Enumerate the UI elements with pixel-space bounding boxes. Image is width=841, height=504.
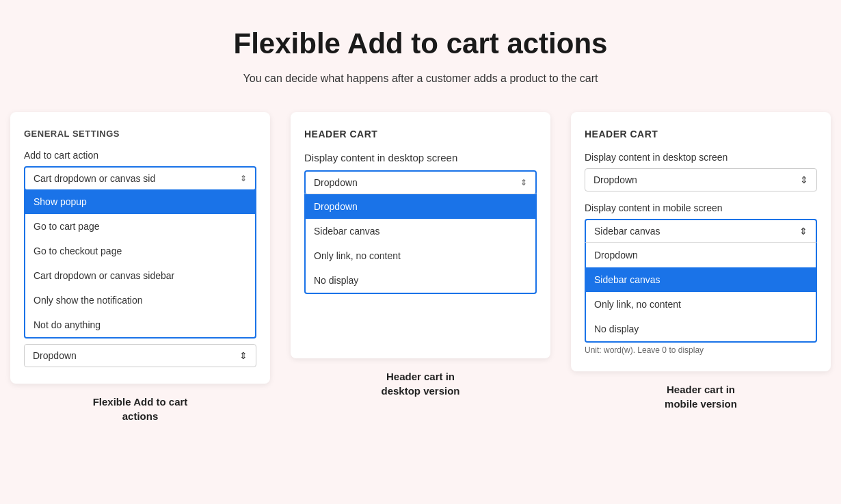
- card2-select-value: Dropdown: [314, 177, 358, 188]
- card2-dropdown-item-sidebar[interactable]: Sidebar canvas: [306, 219, 535, 243]
- dropdown-item-only-show[interactable]: Only show the notification: [25, 288, 255, 313]
- dropdown-item-cart-dropdown[interactable]: Cart dropdown or canvas sidebar: [25, 263, 255, 288]
- dropdown-item-go-to-checkout[interactable]: Go to checkout page: [25, 239, 255, 263]
- card3-mobile-arrow-icon: ⇕: [799, 226, 807, 237]
- card1-select-box[interactable]: Cart dropdown or canvas sid ⇕: [24, 166, 256, 191]
- card1-dropdown: Show popup Go to cart page Go to checkou…: [24, 189, 256, 339]
- card2-label: Header cart in desktop version: [381, 369, 459, 398]
- card1-arrow-icon: ⇕: [240, 174, 247, 183]
- card1-bottom-arrow-icon: ⇕: [239, 350, 248, 361]
- card3-desktop-select[interactable]: Dropdown ⇕: [585, 168, 817, 191]
- card3-dropdown: Dropdown Sidebar canvas Only link, no co…: [585, 242, 817, 343]
- dropdown-item-show-popup[interactable]: Show popup: [25, 189, 255, 214]
- card3-mobile-label: Display content in mobile screen: [585, 202, 817, 213]
- card3-mobile-select-value: Sidebar canvas: [594, 226, 660, 237]
- card2-display-label: Display content in desktop screen: [304, 152, 537, 163]
- card3-wrapper: HEADER CART Display content in desktop s…: [571, 112, 831, 411]
- card2-dropdown-item-dropdown[interactable]: Dropdown: [306, 194, 535, 219]
- card2-dropdown-item-only-link[interactable]: Only link, no content: [306, 243, 535, 268]
- card1-wrapper: GENERAL SETTINGS Add to cart action Cart…: [10, 112, 270, 423]
- card2-dropdown-item-no-display[interactable]: No display: [306, 268, 535, 293]
- card1-bottom-select-value: Dropdown: [33, 350, 77, 361]
- card2: HEADER CART Display content in desktop s…: [291, 112, 550, 358]
- card3-dropdown-item-only-link[interactable]: Only link, no content: [586, 292, 816, 317]
- card3-dropdown-item-sidebar[interactable]: Sidebar canvas: [586, 267, 816, 292]
- card3-dropdown-item-dropdown[interactable]: Dropdown: [586, 243, 816, 267]
- card1: GENERAL SETTINGS Add to cart action Cart…: [10, 112, 270, 384]
- card1-section-title: GENERAL SETTINGS: [24, 129, 256, 139]
- page-subtitle: You can decide what happens after a cust…: [243, 72, 598, 85]
- page-container: Flexible Add to cart actions You can dec…: [0, 0, 841, 504]
- card3-mobile-select[interactable]: Sidebar canvas ⇕: [585, 219, 817, 243]
- dropdown-item-not-do-anything[interactable]: Not do anything: [25, 313, 255, 337]
- card3-desktop-label: Display content in desktop screen: [585, 152, 817, 163]
- card3-desktop-arrow-icon: ⇕: [800, 174, 808, 185]
- dropdown-item-go-to-cart[interactable]: Go to cart page: [25, 214, 255, 239]
- card3-label: Header cart in mobile version: [665, 382, 737, 411]
- card1-label: Flexible Add to cart actions: [93, 395, 188, 423]
- card3-dropdown-item-no-display[interactable]: No display: [586, 317, 816, 341]
- card2-section-title: HEADER CART: [304, 129, 537, 140]
- card3-desktop-select-value: Dropdown: [593, 174, 637, 185]
- card2-arrow-icon: ⇕: [520, 178, 527, 187]
- card1-field-label: Add to cart action: [24, 150, 256, 161]
- card2-dropdown: Dropdown Sidebar canvas Only link, no co…: [304, 194, 537, 294]
- card3-bottom-hint: Unit: word(w). Leave 0 to display: [585, 345, 817, 355]
- page-title: Flexible Add to cart actions: [234, 27, 608, 60]
- card3-section-title: HEADER CART: [585, 129, 817, 140]
- card3: HEADER CART Display content in desktop s…: [571, 112, 831, 371]
- card1-select-value: Cart dropdown or canvas sid: [34, 173, 155, 184]
- card2-wrapper: HEADER CART Display content in desktop s…: [291, 112, 550, 398]
- card2-select-box[interactable]: Dropdown ⇕: [304, 170, 537, 195]
- card1-bottom-select[interactable]: Dropdown ⇕: [24, 344, 256, 367]
- cards-row: GENERAL SETTINGS Add to cart action Cart…: [14, 112, 827, 423]
